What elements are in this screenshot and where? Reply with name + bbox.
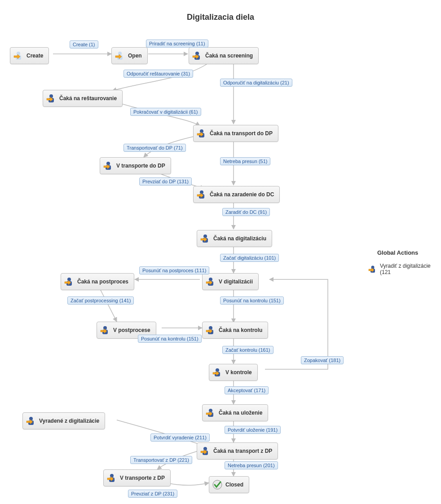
transition-odporucit-restaurovanie[interactable]: Odporučiť reštaurovanie (31): [123, 70, 193, 78]
person-light-icon: [13, 50, 24, 61]
status-caka-digitalizaciu[interactable]: Čaká na digitalizáciu: [197, 230, 272, 247]
status-label: Vyradené z digitalizácie: [39, 418, 99, 424]
svg-point-32: [110, 474, 114, 477]
status-caka-restaurovanie[interactable]: Čaká na reštaurovanie: [43, 90, 123, 107]
person-arrow-icon: [64, 276, 75, 287]
svg-point-30: [203, 447, 207, 451]
person-arrow-icon: [196, 128, 207, 139]
status-label: Create: [26, 53, 43, 59]
transition-priradit-screening[interactable]: Priradiť na screening (11): [146, 40, 208, 48]
transition-posunut-postproces[interactable]: Posunúť na postproces (111): [139, 266, 209, 274]
status-caka-zaradenie-dc[interactable]: Čaká na zaradenie do DC: [193, 186, 280, 203]
status-caka-screening[interactable]: Čaká na screening: [189, 47, 259, 64]
status-label: Čaká na transport z DP: [213, 448, 272, 454]
svg-point-6: [49, 94, 53, 98]
page-title: Digitalizacia diela: [0, 13, 441, 22]
status-closed[interactable]: Closed: [209, 476, 249, 493]
global-action-item[interactable]: Vyradiť z digitalizácie (121: [368, 263, 441, 275]
status-label: V transporte do DP: [116, 163, 165, 169]
transition-pokracovat-digitalizacii[interactable]: Pokračovať v digitalizácii (61): [130, 108, 201, 116]
transition-odporucit-digitalizaciu[interactable]: Odporučiť na digitalizáciu (21): [220, 79, 292, 87]
svg-point-28: [29, 417, 33, 420]
svg-point-16: [209, 278, 212, 281]
check-icon: [212, 479, 223, 490]
transition-prevziat-z-dp[interactable]: Prevziať z DP (231): [128, 490, 177, 498]
person-arrow-icon: [100, 325, 110, 336]
person-arrow-icon: [26, 416, 36, 426]
transition-zacat-postprocessing[interactable]: Začať postprocessing (141): [67, 296, 134, 305]
workflow-diagram: Digitalizacia diela: [0, 0, 441, 504]
person-arrow-icon: [205, 276, 216, 287]
status-vyradene[interactable]: Vyradené z digitalizácie: [22, 412, 105, 429]
transition-posunut-kontrolu-b[interactable]: Posunúť na kontrolu (151): [138, 335, 202, 343]
status-label: Čaká na kontrolu: [219, 327, 262, 333]
status-v-transporte-do-dp[interactable]: V transporte do DP: [100, 157, 171, 174]
svg-point-8: [200, 129, 203, 133]
person-light-icon: [115, 50, 125, 61]
status-label: Čaká na zaradenie do DC: [210, 191, 274, 198]
person-arrow-icon: [103, 160, 114, 171]
transition-transportovat-do-dp[interactable]: Transportovať do DP (71): [123, 144, 186, 152]
status-label: Čaká na reštaurovanie: [59, 95, 117, 102]
person-arrow-icon: [205, 325, 216, 336]
status-create[interactable]: Create: [10, 47, 49, 64]
status-v-transporte-z-dp[interactable]: V transporte z DP: [103, 469, 171, 486]
transition-netreba-presun-51[interactable]: Netreba presun (51): [220, 157, 270, 165]
transition-transportovat-z-dp[interactable]: Transportovať z DP (221): [130, 456, 192, 464]
status-caka-kontrolu[interactable]: Čaká na kontrolu: [202, 322, 268, 339]
svg-point-2: [118, 52, 122, 55]
status-label: Open: [128, 53, 142, 59]
status-label: V transporte z DP: [120, 475, 165, 481]
svg-point-35: [371, 266, 375, 269]
status-label: Closed: [225, 482, 243, 488]
global-action-label: Vyradiť z digitalizácie (121: [380, 263, 441, 275]
svg-point-26: [209, 409, 212, 412]
svg-point-14: [203, 234, 207, 238]
transition-create[interactable]: Create (1): [70, 40, 98, 49]
person-arrow-icon: [200, 233, 211, 244]
person-arrow-icon: [212, 367, 223, 378]
person-arrow-icon: [196, 189, 207, 200]
status-caka-postproces[interactable]: Čaká na postproces: [61, 273, 134, 290]
status-label: Čaká na transport do DP: [210, 130, 273, 137]
person-arrow-icon: [200, 446, 211, 456]
transition-posunut-kontrolu-a[interactable]: Posunúť na kontrolu (151): [220, 296, 284, 305]
transition-zacat-digitalizaciu[interactable]: Začať digitalizáciu (101): [220, 254, 279, 262]
status-label: V postprocese: [113, 327, 150, 333]
transition-prevziat-do-dp[interactable]: Prevziať do DP (131): [139, 177, 192, 186]
person-arrow-icon: [205, 407, 216, 418]
svg-point-12: [200, 190, 203, 194]
status-v-kontrole[interactable]: V kontrole: [209, 364, 258, 381]
transition-zacat-kontrolu[interactable]: Začať kontrolu (161): [222, 346, 273, 354]
transition-potvrdit-ulozenie[interactable]: Potvrdiť uloženie (191): [225, 426, 281, 434]
status-label: Čaká na postproces: [77, 279, 128, 285]
global-actions-heading: Global Actions: [377, 249, 418, 256]
transition-akceptovat[interactable]: Akceptovať (171): [225, 386, 269, 394]
svg-point-20: [103, 326, 107, 330]
person-arrow-icon: [106, 473, 117, 483]
svg-point-4: [195, 52, 199, 55]
person-arrow-icon: [46, 93, 57, 104]
status-label: Čaká na screening: [205, 53, 253, 59]
status-caka-transport-do-dp[interactable]: Čaká na transport do DP: [193, 125, 278, 142]
transition-netreba-presun-201[interactable]: Netreba presun (201): [225, 461, 278, 469]
status-caka-ulozenie[interactable]: Čaká na uloženie: [202, 404, 268, 421]
status-label: Čaká na digitalizáciu: [213, 235, 266, 242]
person-arrow-icon: [192, 50, 203, 61]
status-v-digitalizacii[interactable]: V digitalizácii: [202, 273, 259, 290]
transition-potvrdit-vyradenie[interactable]: Potvrdiť vyradenie (211): [150, 433, 210, 442]
svg-point-24: [216, 368, 219, 372]
svg-point-18: [67, 278, 71, 281]
svg-point-0: [17, 52, 20, 55]
status-open[interactable]: Open: [111, 47, 148, 64]
transition-zaradit-do-dc[interactable]: Zaradiť do DC (91): [222, 208, 270, 216]
status-caka-transport-z-dp[interactable]: Čaká na transport z DP: [197, 442, 278, 460]
svg-point-10: [106, 162, 110, 165]
person-arrow-icon: [368, 265, 377, 274]
transition-zopakovat[interactable]: Zopakovať (181): [301, 356, 344, 364]
svg-point-22: [209, 326, 212, 330]
status-label: Čaká na uloženie: [219, 410, 262, 416]
status-label: V kontrole: [225, 369, 252, 376]
status-label: V digitalizácii: [219, 279, 253, 285]
